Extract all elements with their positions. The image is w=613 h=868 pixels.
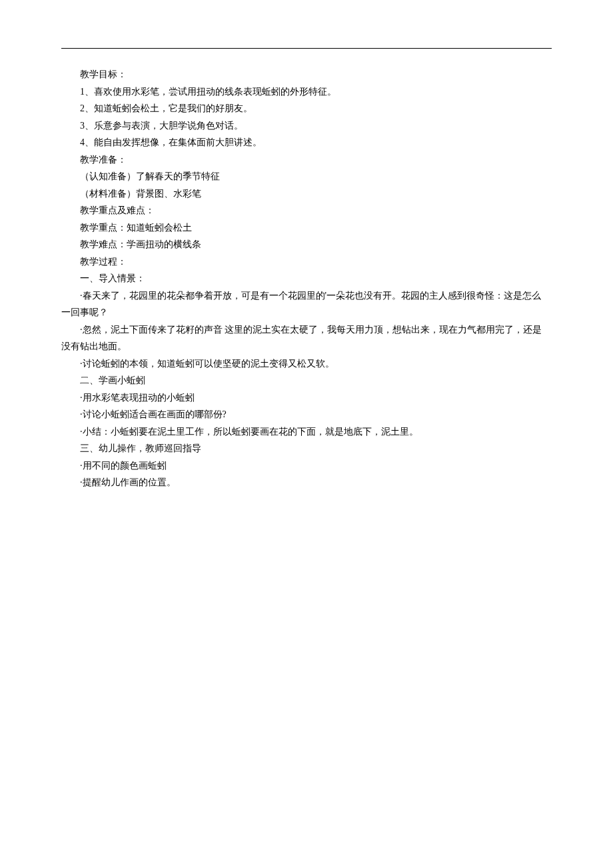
horizontal-divider [61,48,552,49]
goals-header: 教学目标： [61,66,552,83]
section1-line1: ·春天来了，花园里的花朵都争着开放，可是有一个花园里的'一朵花也没有开。花园的主… [61,287,552,305]
section3-line1: ·用不同的颜色画蚯蚓 [61,457,552,475]
section2-line1: ·用水彩笔表现扭动的小蚯蚓 [61,389,552,407]
document-content: 教学目标： 1、喜欢使用水彩笔，尝试用扭动的线条表现蚯蚓的外形特征。 2、知道蚯… [61,66,552,491]
focus-header: 教学重点及难点： [61,202,552,219]
section1-line2: ·忽然，泥土下面传来了花籽的声音 这里的泥土实在太硬了，我每天用力顶，想钻出来，… [61,321,552,339]
section1-line2b: 没有钻出地面。 [61,338,552,355]
focus-item-2: 教学难点：学画扭动的横线条 [61,236,552,253]
goal-item-2: 2、知道蚯蚓会松土，它是我们的好朋友。 [61,100,552,117]
goal-item-1: 1、喜欢使用水彩笔，尝试用扭动的线条表现蚯蚓的外形特征。 [61,83,552,101]
section3-line2: ·提醒幼儿作画的位置。 [61,474,552,491]
prep-header: 教学准备： [61,151,552,169]
section3-header: 三、幼儿操作，教师巡回指导 [61,440,552,457]
prep-item-2: （材料准备）背景图、水彩笔 [61,185,552,203]
focus-item-1: 教学重点：知道蚯蚓会松土 [61,219,552,237]
section1-header: 一、导入情景： [61,270,552,287]
goal-item-4: 4、能自由发挥想像，在集体面前大胆讲述。 [61,134,552,151]
prep-item-1: （认知准备）了解春天的季节特征 [61,168,552,185]
process-header: 教学过程： [61,253,552,271]
section1-line1b: 一回事呢？ [61,304,552,321]
section2-line3: ·小结：小蚯蚓要在泥土里工作，所以蚯蚓要画在花的下面，就是地底下，泥土里。 [61,423,552,441]
section2-header: 二、学画小蚯蚓 [61,372,552,389]
section2-line2: ·讨论小蚯蚓适合画在画面的哪部份? [61,406,552,423]
goal-item-3: 3、乐意参与表演，大胆学说角色对话。 [61,117,552,135]
section1-line3: ·讨论蚯蚓的本领，知道蚯蚓可以使坚硬的泥土变得又松又软。 [61,355,552,373]
